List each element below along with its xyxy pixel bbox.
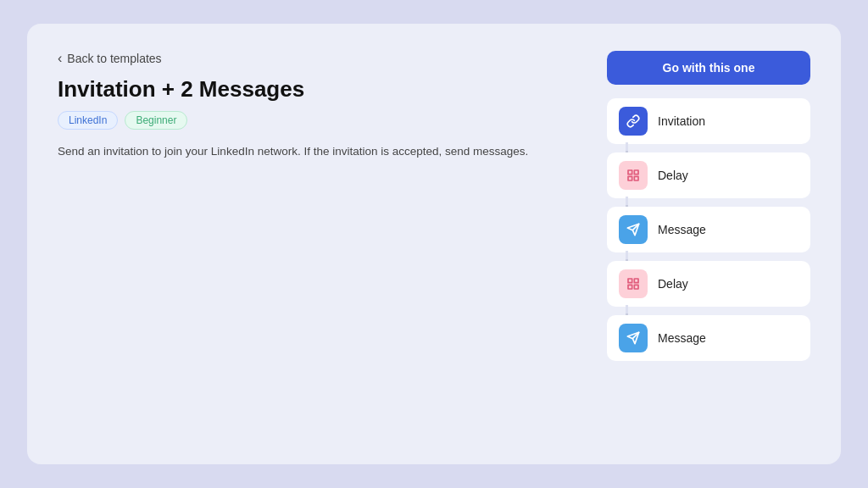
- step-message-1: Message: [607, 207, 810, 252]
- svg-rect-6: [628, 279, 632, 283]
- step-message-2: Message: [607, 315, 810, 361]
- main-container: ‹ Back to templates Invitation + 2 Messa…: [27, 24, 841, 464]
- message-2-icon: [619, 324, 648, 352]
- delay-1-icon: [619, 161, 648, 190]
- svg-rect-0: [628, 170, 632, 175]
- go-with-this-button[interactable]: Go with this one: [607, 51, 810, 85]
- step-delay-1: Delay: [607, 152, 810, 198]
- step-invitation-label: Invitation: [658, 114, 705, 128]
- step-invitation: Invitation: [607, 98, 810, 144]
- invitation-icon: [619, 107, 648, 136]
- tag-linkedin: LinkedIn: [58, 111, 118, 130]
- delay-2-icon: [619, 269, 648, 298]
- back-to-templates-link[interactable]: ‹ Back to templates: [58, 51, 162, 66]
- svg-rect-8: [634, 285, 638, 289]
- back-link-label: Back to templates: [67, 52, 161, 65]
- chevron-left-icon: ‹: [58, 51, 62, 66]
- svg-rect-1: [634, 170, 638, 175]
- step-message-1-label: Message: [658, 223, 706, 236]
- step-delay-1-label: Delay: [658, 169, 688, 182]
- tag-beginner: Beginner: [125, 111, 187, 130]
- svg-rect-7: [634, 279, 638, 283]
- right-panel: Go with this one Invitation: [607, 51, 810, 363]
- step-list: Invitation Delay: [607, 98, 810, 363]
- step-message-2-label: Message: [658, 331, 706, 345]
- svg-rect-3: [628, 176, 632, 180]
- svg-rect-2: [634, 176, 638, 180]
- step-delay-2-label: Delay: [658, 277, 688, 291]
- step-delay-2: Delay: [607, 261, 810, 307]
- svg-rect-9: [628, 285, 632, 289]
- message-1-icon: [619, 215, 648, 244]
